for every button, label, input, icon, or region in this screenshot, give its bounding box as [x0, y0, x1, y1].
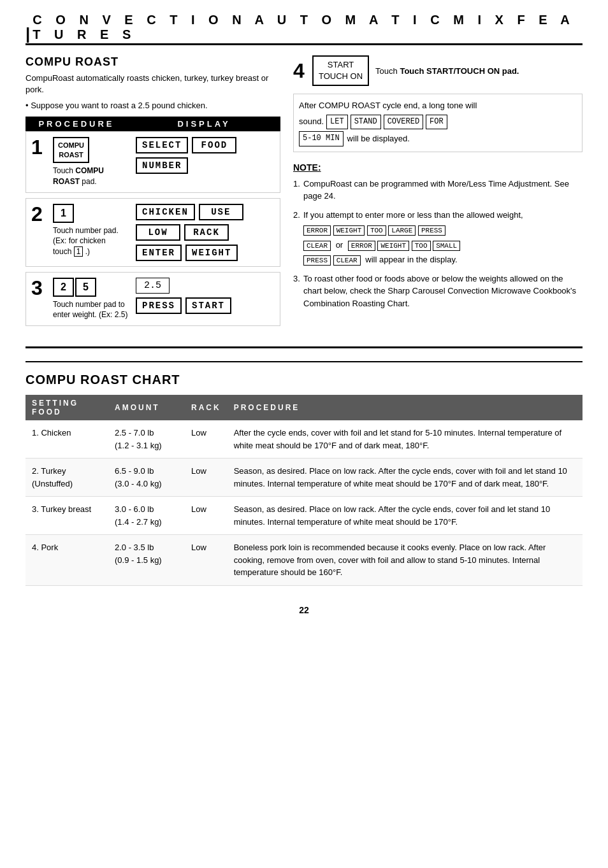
step-3-input-5: 5 [75, 278, 96, 297]
table-row: 4. Pork 2.0 - 3.5 lb(0.9 - 1.5 kg) Low B… [25, 535, 583, 586]
note-3: To roast other food or foods above or be… [293, 273, 583, 310]
page-number: 22 [25, 605, 583, 615]
step-3-display: 2.5 PRESS START [136, 278, 275, 314]
proc-chicken: After the cycle ends, cover with foil an… [228, 420, 583, 459]
too-cell-2: TOO [412, 241, 431, 251]
covered-box: COVERED [384, 115, 423, 129]
start-box: START [185, 297, 231, 314]
step-4-number: 4 [293, 59, 306, 83]
step-2-row3: ENTER WEIGHT [136, 245, 275, 261]
food-box: FOOD [192, 137, 236, 153]
small-cell: SMALL [433, 241, 460, 251]
chart-divider [25, 346, 583, 348]
for-box: FOR [426, 115, 447, 129]
step-1-display-row1: SELECT FOOD [136, 137, 275, 153]
weight-value: 2.5 [136, 278, 170, 294]
procedure-header: PROCEDURE DISPLAY [25, 117, 280, 131]
amount-pork: 2.0 - 3.5 lb(0.9 - 1.5 kg) [108, 535, 185, 586]
timer-box: 5-10 MIN [299, 131, 344, 146]
right-panel: 4 START TOUCH ON Touch Touch START/TOUCH… [293, 55, 583, 331]
col-header-food: SETTING FOOD [25, 395, 108, 420]
step-1: 1 COMPU ROAST Touch COMPU ROAST pad. SEL… [25, 131, 280, 192]
chicken-box: CHICKEN [136, 204, 195, 220]
press-box: PRESS [136, 297, 182, 314]
food-pork: 4. Pork [25, 535, 108, 586]
rack-pork: Low [185, 535, 228, 586]
compu-roast-box: COMPU ROAST [53, 137, 89, 163]
step-2-input-box: 1 [53, 204, 74, 223]
proc-pork: Boneless pork loin is recommended becaus… [228, 535, 583, 586]
rack-chicken: Low [185, 420, 228, 459]
rack-turkey-breast: Low [185, 497, 228, 535]
procedure-header-left: PROCEDURE [25, 117, 127, 131]
step-1-display-row2: NUMBER [136, 157, 275, 174]
after-cycle-line1: After COMPU ROAST cycle end, a long tone… [299, 99, 577, 113]
rack-box: RACK [184, 224, 229, 241]
error-row3: PRESS CLEAR will appear in the display. [303, 253, 583, 266]
step-1-number: 1 [31, 137, 47, 157]
step-3-row2: PRESS START [136, 297, 275, 314]
procedure-header-right: DISPLAY [127, 117, 280, 131]
after-cycle-line3: 5-10 MIN will be displayed. [299, 131, 577, 146]
food-turkey-breast: 3. Turkey breast [25, 497, 108, 535]
stand-box: STAND [351, 115, 381, 129]
rack-turkey: Low [185, 459, 228, 497]
note-1: CompuRoast can be programmed with More/L… [293, 178, 583, 203]
step-2-row2: LOW RACK [136, 224, 275, 241]
food-turkey: 2. Turkey(Unstuffed) [25, 459, 108, 497]
step-3-row1: 2.5 [136, 278, 275, 294]
low-box: LOW [136, 224, 180, 241]
header-bracket: | [25, 25, 30, 42]
press-cell-2: PRESS [303, 255, 331, 266]
bullet-text: • Suppose you want to roast a 2.5 pound … [25, 101, 280, 110]
after-cycle-info: After COMPU ROAST cycle end, a long tone… [293, 94, 583, 152]
amount-turkey: 6.5 - 9.0 lb(3.0 - 4.0 kg) [108, 459, 185, 497]
step-4: 4 START TOUCH ON Touch Touch START/TOUCH… [293, 55, 583, 86]
compu-roast-title: COMPU ROAST [25, 55, 280, 69]
note-2: If you attempt to enter more or less tha… [293, 209, 583, 266]
error-row2: CLEAR or ERROR WEIGHT TOO SMALL [303, 239, 583, 252]
col-header-rack: RACK [185, 395, 228, 420]
too-cell-1: TOO [367, 225, 386, 236]
col-header-amount: AMOUNT [108, 395, 185, 420]
weight-box: WEIGHT [185, 245, 238, 261]
clear-cell-1: CLEAR [303, 241, 331, 251]
after-cycle-line2: sound. LET STAND COVERED FOR [299, 115, 577, 129]
amount-chicken: 2.5 - 7.0 lb(1.2 - 3.1 kg) [108, 420, 185, 459]
proc-turkey: Season, as desired. Place on low rack. A… [228, 459, 583, 497]
step-2-row1: CHICKEN USE [136, 204, 275, 220]
weight-cell-2: WEIGHT [377, 241, 409, 251]
or-text: or [333, 240, 346, 250]
step-1-left: COMPU ROAST Touch COMPU ROAST pad. [53, 137, 129, 187]
step-3-input-2: 2 [53, 278, 74, 297]
left-panel: COMPU ROAST CompuRoast automatically roa… [25, 55, 280, 331]
press-cell-1: PRESS [418, 225, 445, 236]
step-2-left: 1 Touch number pad.(Ex: for chickentouch… [53, 204, 129, 257]
chart-header-row: SETTING FOOD AMOUNT RACK PROCEDURE [25, 395, 583, 420]
number-box: NUMBER [136, 157, 188, 174]
error-row1: ERROR WEIGHT TOO LARGE PRESS [303, 224, 583, 236]
compu-roast-section: COMPU ROAST CompuRoast automatically roa… [25, 55, 583, 331]
step-3-desc: Touch number pad toenter weight. (Ex: 2.… [53, 299, 127, 321]
large-cell: LARGE [388, 225, 416, 236]
step-2-desc: Touch number pad.(Ex: for chickentouch 1… [53, 225, 119, 257]
intro-text: CompuRoast automatically roasts chicken,… [25, 73, 280, 96]
page-header: | C O N V E C T I O N A U T O M A T I C … [25, 13, 583, 45]
chart-title: COMPU ROAST CHART [25, 373, 583, 387]
step-3-number: 3 [31, 278, 47, 298]
page-title: C O N V E C T I O N A U T O M A T I C M … [33, 13, 577, 42]
weight-cell-1: WEIGHT [333, 225, 365, 236]
table-row: 1. Chicken 2.5 - 7.0 lb(1.2 - 3.1 kg) Lo… [25, 420, 583, 459]
step-3: 3 2 5 Touch number pad toenter weight. (… [25, 272, 280, 327]
error-cell-2: ERROR [348, 241, 375, 251]
step-2: 2 1 Touch number pad.(Ex: for chickentou… [25, 198, 280, 267]
chart-tbody: 1. Chicken 2.5 - 7.0 lb(1.2 - 3.1 kg) Lo… [25, 420, 583, 585]
start-touch-box: START TOUCH ON [312, 55, 369, 86]
amount-turkey-breast: 3.0 - 6.0 lb(1.4 - 2.7 kg) [108, 497, 185, 535]
step-3-left: 2 5 Touch number pad toenter weight. (Ex… [53, 278, 129, 321]
chart-thead: SETTING FOOD AMOUNT RACK PROCEDURE [25, 395, 583, 420]
table-row: 2. Turkey(Unstuffed) 6.5 - 9.0 lb(3.0 - … [25, 459, 583, 497]
chart-section: COMPU ROAST CHART SETTING FOOD AMOUNT RA… [25, 361, 583, 586]
col-header-procedure: PROCEDURE [228, 395, 583, 420]
table-row: 3. Turkey breast 3.0 - 6.0 lb(1.4 - 2.7 … [25, 497, 583, 535]
